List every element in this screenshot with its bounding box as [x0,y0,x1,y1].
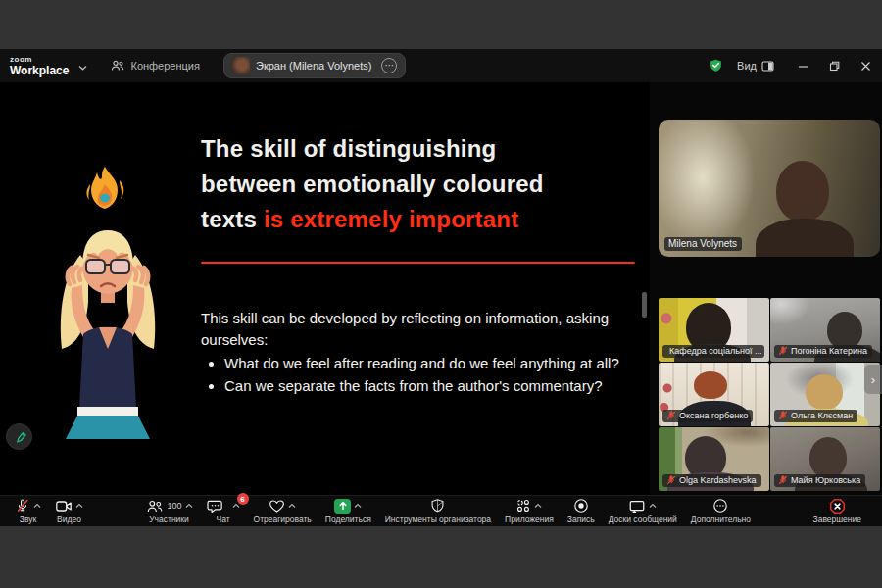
chevron-up-icon[interactable] [534,503,542,509]
muted-mic-icon [666,475,676,485]
chevron-down-icon[interactable] [78,57,87,74]
frustrated-woman-illustration [34,165,181,439]
panel-resize-handle[interactable] [642,292,647,318]
video-tile-speaker[interactable]: Milena Volynets [659,120,880,257]
chevron-up-icon[interactable] [288,503,296,509]
pencil-icon [12,429,27,445]
participants-icon [146,499,164,514]
title-underline [201,262,635,264]
participant-name: Погоніна Катерина [791,346,867,356]
security-shield-icon[interactable] [709,58,723,74]
chat-unread-badge: 6 [237,493,249,505]
more-label: Дополнительно [691,514,751,524]
slide-bullet-2: Can we separate the facts from the autho… [224,375,642,397]
participant-name-badge: Ольга Клєсман [774,410,858,422]
people-icon [111,60,124,72]
apps-label: Приложения [505,514,554,524]
participant-name-badge: Milena Volynets [664,237,742,251]
end-meeting-label: Завершение [813,514,861,524]
share-screen-icon [334,499,351,514]
react-button[interactable]: Отреагировать [247,496,318,527]
end-meeting-button[interactable]: Завершение [807,496,868,527]
slide-title-line2: between emotionally coloured [201,167,544,202]
view-button[interactable]: Вид [737,60,774,72]
whiteboards-button[interactable]: Доски сообщений [602,496,684,527]
participant-name-badge: Кафедра соціальної ... [662,345,764,358]
annotate-button[interactable] [6,423,32,450]
video-tile[interactable]: Olga Kardashevska [659,427,769,491]
mute-label: Звук [20,514,36,524]
muted-mic-icon [778,411,788,420]
host-tools-button[interactable]: Инструменты организатора [378,496,498,527]
participant-name-badge: Оксана горбенко [662,410,753,422]
participant-name-badge: Olga Kardashevska [662,474,761,487]
chevron-up-icon[interactable] [354,503,362,509]
chat-label: Чат [216,514,229,524]
slide-title-highlight: is extremely important [264,206,519,232]
chevron-up-icon[interactable] [33,503,41,509]
record-icon [573,498,589,514]
whiteboard-icon [628,499,646,514]
apps-button[interactable]: Приложения [498,496,561,527]
brand-zoom: zoom [10,56,69,64]
heart-icon [269,499,285,514]
slide-title-line1: The skill of distinguishing [201,131,544,167]
chevron-up-icon[interactable] [75,503,83,509]
shield-icon [430,498,445,514]
video-tile[interactable]: Кафедра соціальної ... [659,298,769,362]
video-tile[interactable]: Оксана горбенко [659,363,769,426]
participants-button[interactable]: 100 Участники [139,496,200,527]
record-button[interactable]: Запись [561,496,602,527]
end-meeting-icon [829,498,846,514]
maximize-button[interactable] [827,59,841,73]
shared-screen: The skill of distinguishing between emot… [0,82,650,495]
next-videos-chevron[interactable]: › [864,365,882,394]
muted-mic-icon [666,411,676,420]
chevron-up-icon[interactable] [185,503,193,509]
video-label: Видео [57,514,81,524]
muted-mic-icon [778,346,788,356]
participant-name-badge: Майя Юрковська [774,474,865,487]
whiteboards-label: Доски сообщений [609,514,677,524]
minimize-button[interactable] [796,59,809,73]
slide-body-intro: This skill can be developed by reflectin… [201,308,642,351]
avatar [232,57,250,74]
participant-name: Кафедра соціальної ... [669,346,761,356]
video-tile[interactable]: Майя Юрковська [770,427,880,491]
slide-bullet-1: What do we feel after reading and do we … [224,353,642,374]
record-label: Запись [567,514,595,524]
tab-conference-label: Конференция [130,60,199,72]
tab-conference[interactable]: Конференция [111,60,199,72]
participant-name: Майя Юрковська [791,475,860,485]
participant-name: Olga Kardashevska [679,475,757,485]
chat-button[interactable]: 6 Чат [200,496,247,527]
muted-mic-icon [778,475,788,485]
video-tile[interactable]: Погоніна Катерина [770,298,880,362]
apps-icon [515,498,531,514]
view-label: Вид [737,60,757,72]
slide-title: The skill of distinguishing between emot… [201,131,544,237]
meeting-toolbar: Звук Видео [0,495,882,526]
participant-name: Milena Volynets [668,238,737,249]
participant-name-badge: Погоніна Катерина [774,345,872,358]
brand-workplace: Workplace [10,65,69,76]
participant-name: Ольга Клєсман [791,411,853,420]
ellipsis-icon [712,498,728,514]
camera-icon [55,499,73,514]
chevron-up-icon[interactable] [649,503,657,509]
tab-options-icon[interactable]: ⋯ [381,58,397,74]
chat-icon [207,499,223,514]
participants-count: 100 [168,501,182,511]
mute-button[interactable]: Звук [8,496,48,527]
desktop-background: zoom Workplace Конференция Экран (Milena… [0,0,882,588]
tab-screen-label: Экран (Milena Volynets) [256,60,371,72]
participant-name: Оксана горбенко [679,411,748,420]
close-button[interactable] [858,59,872,73]
video-button[interactable]: Видео [48,496,90,527]
slide-body: This skill can be developed by reflectin… [201,308,642,397]
slide-title-line3: texts is extremely important [201,202,544,237]
more-button[interactable]: Дополнительно [684,496,758,527]
share-screen-button[interactable]: Поделиться [318,496,378,527]
tab-screen-share[interactable]: Экран (Milena Volynets) ⋯ [223,53,406,78]
chevron-up-icon[interactable] [232,503,240,509]
